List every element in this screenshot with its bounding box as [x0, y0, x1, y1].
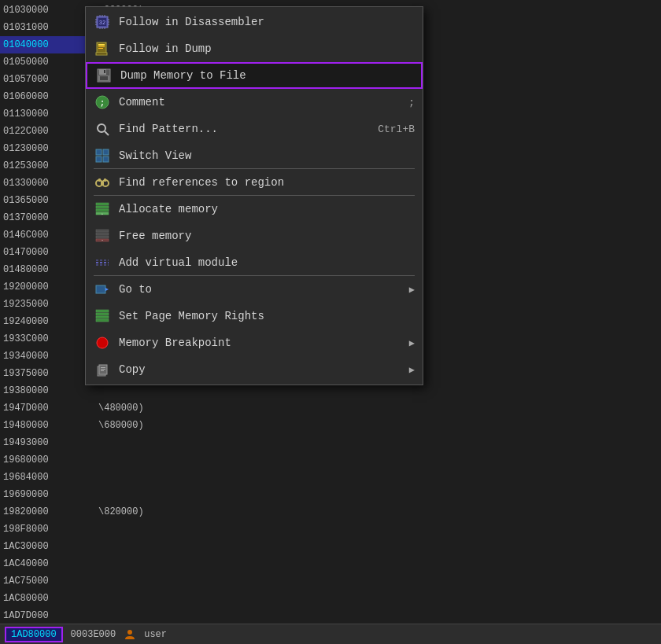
- menu-item-switch-view[interactable]: Switch View: [86, 142, 423, 169]
- grid-icon: [94, 147, 111, 164]
- free-memory-icon: -: [94, 227, 111, 245]
- memory-row[interactable]: 19680000: [0, 451, 90, 469]
- right-row: \820000): [90, 503, 661, 521]
- memory-row[interactable]: 1AC40000: [0, 555, 90, 572]
- svg-rect-39: [96, 206, 109, 208]
- svg-text:32: 32: [99, 20, 105, 26]
- memory-row[interactable]: 01030000: [0, 2, 90, 19]
- menu-item-find-pattern[interactable]: Find Pattern... Ctrl+B: [86, 116, 423, 142]
- memory-row[interactable]: 1AD7D000: [0, 607, 90, 624]
- memory-row[interactable]: 198F8000: [0, 521, 90, 538]
- memory-row[interactable]: 19375000: [0, 365, 90, 382]
- svg-rect-18: [98, 48, 103, 49]
- memory-row[interactable]: 19235000: [0, 296, 90, 313]
- menu-label: Follow in Dump: [119, 42, 415, 55]
- right-row: [90, 521, 661, 538]
- svg-rect-37: [104, 178, 106, 182]
- memory-row[interactable]: 1947D000: [0, 399, 90, 417]
- right-row: [90, 469, 661, 486]
- right-row: \480000): [90, 399, 661, 417]
- user-icon: [124, 628, 136, 641]
- memory-row[interactable]: 19820000: [0, 503, 90, 521]
- virtual-module-icon: [94, 254, 111, 271]
- right-row: [90, 555, 661, 572]
- svg-rect-29: [96, 149, 102, 155]
- menu-item-add-virtual[interactable]: Add virtual module: [86, 249, 423, 276]
- right-row: [90, 451, 661, 469]
- memory-row[interactable]: 01365000: [0, 192, 90, 209]
- allocate-icon: +: [94, 201, 111, 218]
- svg-rect-60: [101, 367, 105, 368]
- memory-row[interactable]: 01031000: [0, 19, 90, 36]
- svg-rect-38: [96, 203, 109, 205]
- memory-row[interactable]: 19684000: [0, 469, 90, 486]
- memory-row[interactable]: 01130000: [0, 105, 90, 123]
- menu-label: Dump Memory to File: [120, 69, 413, 82]
- menu-shortcut: ;: [408, 97, 415, 109]
- svg-point-57: [97, 337, 108, 348]
- svg-rect-56: [96, 319, 109, 322]
- svg-rect-35: [101, 182, 104, 185]
- menu-item-copy[interactable]: Copy ▶: [86, 356, 423, 383]
- svg-rect-54: [96, 313, 109, 315]
- memory-row[interactable]: 1AC30000: [0, 538, 90, 555]
- right-row: [90, 434, 661, 451]
- memory-row[interactable]: 01253000: [0, 157, 90, 175]
- binoculars-icon: [94, 174, 111, 191]
- svg-text:;: ;: [100, 98, 105, 108]
- memory-row[interactable]: 19240000: [0, 313, 90, 330]
- breakpoint-icon: [94, 334, 111, 351]
- memory-row[interactable]: 01050000: [0, 53, 90, 71]
- menu-item-free-memory[interactable]: - Free memory: [86, 223, 423, 249]
- menu-item-set-page-memory[interactable]: Set Page Memory Rights: [86, 303, 423, 329]
- menu-item-comment[interactable]: ; Comment ;: [86, 89, 423, 116]
- right-row: [90, 572, 661, 590]
- menu-item-allocate-memory[interactable]: + Allocate memory: [86, 196, 423, 223]
- memory-row[interactable]: 01040000: [0, 36, 90, 53]
- menu-item-find-references[interactable]: Find references to region: [86, 169, 423, 196]
- menu-item-dump-memory[interactable]: Dump Memory to File: [86, 62, 423, 89]
- memory-row[interactable]: 19690000: [0, 486, 90, 503]
- menu-label: Set Page Memory Rights: [119, 310, 415, 322]
- memory-row[interactable]: 01330000: [0, 175, 90, 192]
- memory-row[interactable]: 0122C000: [0, 123, 90, 140]
- menu-label: Copy: [119, 363, 401, 376]
- menu-item-follow-disassembler[interactable]: 32 Follow in Disassembler: [86, 9, 423, 35]
- menu-label: Go to: [119, 283, 401, 296]
- memory-row[interactable]: 19380000: [0, 382, 90, 399]
- menu-shortcut: Ctrl+B: [378, 123, 415, 135]
- svg-rect-19: [96, 53, 107, 55]
- floppy-icon: [95, 67, 113, 84]
- memory-row[interactable]: 19200000: [0, 278, 90, 296]
- svg-marker-52: [105, 288, 109, 291]
- memory-row[interactable]: 01480000: [0, 261, 90, 278]
- right-row: \680000): [90, 417, 661, 434]
- memory-row[interactable]: 1933C000: [0, 330, 90, 348]
- memory-list: 01030000 01031000 01040000 01050000 0105…: [0, 0, 90, 644]
- memory-row[interactable]: 01060000: [0, 88, 90, 105]
- memory-row[interactable]: 01370000: [0, 209, 90, 226]
- memory-row[interactable]: 19480000: [0, 417, 90, 434]
- memory-row[interactable]: 01230000: [0, 140, 90, 157]
- svg-rect-61: [101, 369, 105, 370]
- memory-row[interactable]: 19340000: [0, 348, 90, 365]
- status-address: 1AD80000: [5, 627, 63, 642]
- memory-row[interactable]: 1AC75000: [0, 572, 90, 590]
- menu-item-follow-dump[interactable]: Follow in Dump: [86, 35, 423, 62]
- svg-rect-62: [101, 370, 104, 371]
- memory-row[interactable]: 19493000: [0, 434, 90, 451]
- svg-line-28: [105, 131, 109, 135]
- memory-row[interactable]: 0146C000: [0, 226, 90, 244]
- menu-item-goto[interactable]: Go to ▶: [86, 276, 423, 303]
- status-type: user: [144, 629, 167, 640]
- menu-item-memory-breakpoint[interactable]: Memory Breakpoint ▶: [86, 329, 423, 356]
- memory-row[interactable]: 01057000: [0, 71, 90, 88]
- svg-rect-53: [96, 310, 109, 312]
- svg-rect-24: [100, 76, 108, 80]
- memory-row[interactable]: 1AC80000: [0, 590, 90, 607]
- menu-label: Free memory: [119, 230, 415, 242]
- submenu-arrow: ▶: [409, 364, 415, 376]
- context-menu: 32 Follow in Disassembler: [85, 6, 423, 385]
- menu-label: Allocate memory: [119, 203, 415, 215]
- memory-row[interactable]: 01470000: [0, 244, 90, 261]
